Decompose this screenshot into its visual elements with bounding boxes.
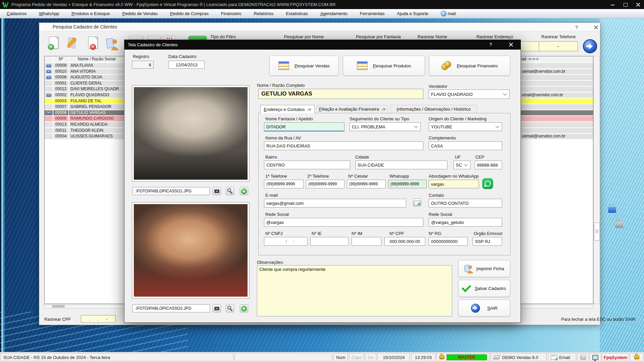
close-button[interactable] [636,2,641,7]
orgao-emissor-input[interactable]: SSP RJ [473,237,502,246]
tab-informacoes-historico[interactable]: Informações / Observações / Histórico [390,105,477,113]
camera-capture-button[interactable] [213,304,221,312]
photo-zoom-button[interactable] [226,304,234,312]
nome-field[interactable]: GETULIO VARGAS [258,89,423,99]
edit-client-button[interactable] [65,36,78,51]
cidade-input[interactable]: SUA CIDADE [355,161,447,169]
observacoes-textarea[interactable]: Cliente que compra regurlarmente [257,265,452,316]
rg-input[interactable]: 00000000000 [429,237,468,246]
menu-item[interactable]: Agendamento [320,11,347,16]
rede-social-1-input[interactable]: @vargas [264,218,423,227]
scrollbar-thumb[interactable] [594,223,600,241]
menu-item[interactable]: Pedido de Vendas [122,11,158,16]
tab-endereco-contatos[interactable]: Endereço e Contatos -> [260,105,315,113]
menu-item[interactable]: Ferramentas [360,11,385,16]
fantasia-input[interactable]: DITADOR [264,122,344,131]
cpf-input[interactable]: 000.000.000-00 [384,237,425,246]
vertical-scrollbar[interactable] [593,56,600,304]
pencil-icon [65,36,78,51]
status-monitor-button[interactable] [590,353,601,361]
photo-2-path-field[interactable]: .\FOTO\PABLOPICASSO2.JPG [132,304,210,312]
menu-item[interactable]: Estatisticas [286,11,308,16]
delete-client-button[interactable] [87,36,99,51]
camera-icon [46,111,51,115]
pesquisar-produtos-button[interactable]: Pesquisar Produtos [343,56,425,76]
tel1-input[interactable]: (99)99999-9999 [264,180,304,188]
client-photo-1 [132,85,250,182]
menu-item[interactable]: Cadastros [7,11,26,16]
whatsapp-input[interactable]: (99)99999-9999 [388,180,427,188]
arrow-right-icon [471,304,480,313]
email-input[interactable]: vargas@gmail.com [264,199,406,207]
search-help-button[interactable]: ? [575,25,578,30]
rastrear-go-button[interactable] [583,39,597,53]
desktop-stripes [600,18,644,352]
photo-add-button[interactable] [240,187,248,195]
abordagem-label: Abordagem no WhatsApp [429,174,479,179]
new-client-button[interactable] [47,36,60,51]
menu-item[interactable]: Ajuda e Suporte [397,11,428,16]
menu-item[interactable]: Pedido de Compras [170,11,209,16]
im-input[interactable] [352,237,381,246]
search-window-title-bar[interactable]: Pesquisa Cadastro de Clientes [39,23,600,31]
status-email-button[interactable]: Email [548,353,576,361]
modal-title-bar[interactable]: Tela Cadastro de Clientes [124,40,521,50]
photo-add-button[interactable] [240,304,248,312]
scrollbar-thumb[interactable] [52,305,65,308]
status-caps: Caps [349,353,364,361]
modal-help-button[interactable]: ? [489,42,492,47]
abordagem-input[interactable]: vargas [429,180,479,188]
cnpj-input[interactable]: . . / - [264,237,308,246]
search-close-icon[interactable] [594,25,598,30]
origem-select[interactable]: YOUTUBE [429,122,502,131]
uf-select[interactable]: SC [453,161,471,169]
lock-gray-icon[interactable] [615,222,623,228]
add-icon [48,44,54,50]
menu-item-mail[interactable]: mail [441,11,456,16]
status-bar: SUA CIDADE - RS 15 de Outubro de 2024 - … [0,352,644,362]
pesquisar-vendas-button[interactable]: Pesquisar Vendas [269,56,339,76]
modal-close-icon[interactable] [509,43,513,47]
photo-zoom-button[interactable] [226,187,234,195]
whatsapp-send-button[interactable] [482,178,493,189]
rede-social-2-input[interactable]: @vargas_getulio [429,218,502,227]
rastrear-telefone-input[interactable]: - [539,41,578,51]
rastrear-cpf-input[interactable]: . . - [81,315,116,323]
status-printer-button[interactable] [578,353,589,361]
maximize-button[interactable] [623,2,628,7]
menu-item[interactable]: Financeiro [221,11,241,16]
print-card-icon [464,264,473,274]
contato-input[interactable]: OUTRO CONTATO [429,199,502,207]
registro-field: 6 [132,61,154,69]
tab-filiacao-financeira[interactable]: Filiação e Avaliação Financeira -> [317,105,388,113]
send-email-button[interactable] [413,198,421,206]
data-cadastro-field[interactable]: 12/04/2013 [168,61,205,69]
status-lock-button[interactable] [630,353,643,361]
tel1-label: 1ª Telefone [265,174,287,179]
menu-item[interactable]: Produtos e Estoque [71,11,110,16]
lock-blue-icon[interactable] [608,207,616,213]
camera-capture-button[interactable] [213,187,221,195]
status-date: 15/10/2024 [378,353,410,361]
filter-label-nome: Pesquisar por Nome [284,34,324,39]
complemento-input[interactable]: CASA [429,141,502,150]
printer-icon [580,355,586,360]
tel2-input[interactable]: (99)99999-9999 [306,180,344,188]
ie-input[interactable] [310,237,348,246]
minimize-button[interactable] [610,2,615,7]
pesquisar-financeiro-button[interactable]: Pesquisar Financeiro [429,56,510,76]
imprimir-ficha-button[interactable]: Imprimir Ficha [458,260,510,277]
client-card-button[interactable] [106,36,118,51]
seguimento-select[interactable]: CLI. PROBLEMA [350,122,421,131]
bairro-input[interactable]: CENTRO [264,161,350,169]
photo-1-path-field[interactable]: .\FOTO\PABLOPICASSO1.JPG [132,187,210,195]
vendedor-select[interactable]: FLAVIO QUADRADO [429,89,509,99]
celular-input[interactable]: (99)99999-9999 [347,180,386,188]
rua-input[interactable]: RUA DAS FIGUEIRAS [264,141,423,150]
menu-item[interactable]: Relatórios [254,11,274,16]
contato-label: Contato [429,193,444,198]
salvar-cadastro-button[interactable]: Salvar Cadastro [458,280,510,297]
menu-item[interactable]: WhatsApp [39,11,59,16]
sair-button[interactable]: SAIR [458,300,510,316]
cep-input[interactable]: 88888-888 [475,161,502,169]
